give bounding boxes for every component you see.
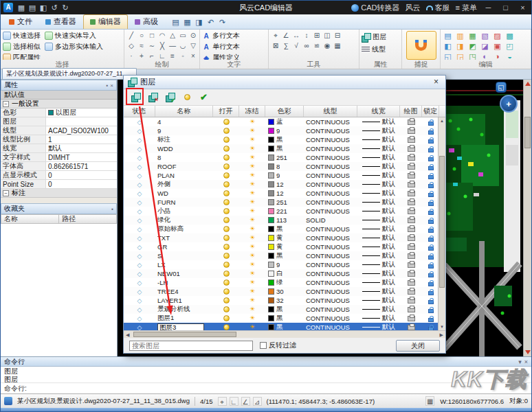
tool-icon[interactable]: ◉ [322, 41, 332, 51]
scroll-left-icon[interactable]: ◀ [126, 332, 129, 338]
scrollbar-thumb[interactable] [524, 117, 531, 148]
layers-dialog-close-icon[interactable]: × [431, 78, 441, 87]
set-current-layer-button[interactable]: ✓ [163, 91, 177, 104]
layer-plot-icon[interactable] [408, 253, 415, 259]
menubar-quick-icon[interactable]: ◨ [194, 17, 204, 27]
tab-advanced[interactable]: 高级 [129, 15, 164, 29]
snap-toggle-icon[interactable]: ⊿ [253, 397, 262, 406]
layer-linetype[interactable]: CONTINUOUS [304, 180, 357, 189]
layer-plot-icon[interactable] [408, 227, 415, 232]
edit-tool-icon[interactable]: ◪ [480, 41, 490, 52]
col-name[interactable]: 名称 [155, 106, 213, 117]
property-row[interactable]: 文字样式DIMHT [1, 153, 117, 162]
property-row[interactable]: 图层 [1, 117, 117, 126]
layer-on-icon[interactable] [223, 190, 230, 196]
layer-plot-icon[interactable] [408, 164, 415, 170]
draw-tool-icon[interactable]: ◦ [178, 52, 188, 60]
titlebar-quick-icon[interactable]: ↻ [60, 3, 70, 12]
layer-freeze-icon[interactable]: ☀ [250, 190, 255, 196]
layer-lineweight[interactable]: 默认 [357, 135, 400, 144]
layer-row[interactable]: ◇GR☀黄CONTINUOUS默认 [124, 242, 438, 251]
draw-tool-icon[interactable]: ╳ [157, 41, 167, 51]
layer-row[interactable]: ◇标注☀黑CONTINUOUS默认 [124, 135, 438, 144]
layer-color-cell[interactable]: 30 [265, 287, 304, 296]
edit-tool-icon[interactable]: ▨ [492, 31, 502, 41]
layer-row[interactable]: ◇PLAN☀9CONTINUOUS默认 [124, 171, 438, 180]
mtext-button[interactable]: A多行文本 [202, 31, 266, 41]
layer-plot-icon[interactable] [408, 289, 415, 295]
edit-tool-icon[interactable]: ◱ [443, 52, 453, 60]
layer-lock-icon[interactable] [428, 282, 434, 286]
layer-lock-icon[interactable] [428, 175, 434, 179]
layer-plot-icon[interactable] [408, 155, 415, 161]
favorites-col-path[interactable]: 路径 [59, 214, 117, 224]
layer-lock-icon[interactable] [428, 309, 434, 313]
layer-lineweight[interactable]: 默认 [357, 287, 400, 296]
layer-lock-icon[interactable] [428, 211, 434, 215]
layer-row[interactable]: ◇-LH☀绿CONTINUOUS默认 [124, 278, 438, 287]
layer-lineweight[interactable]: 默认 [357, 126, 400, 135]
draw-tool-icon[interactable]: △ [168, 31, 177, 41]
layer-color-cell[interactable]: 113 [265, 216, 304, 225]
quick-select-button[interactable]: 快速选择 [3, 31, 41, 41]
layer-lineweight[interactable]: 默认 [357, 117, 400, 126]
layer-plot-icon[interactable] [408, 236, 415, 241]
layer-color-cell[interactable]: 黄 [265, 233, 304, 242]
layer-lineweight[interactable]: 默认 [357, 189, 400, 198]
layer-linetype[interactable]: CONTINUOUS [304, 305, 357, 314]
layer-plot-icon[interactable] [408, 262, 415, 268]
tool-icon[interactable]: ⌖ [271, 31, 280, 41]
layer-plot-icon[interactable] [408, 271, 415, 277]
layer-freeze-icon[interactable]: ☀ [250, 253, 255, 259]
menubar-quick-icon[interactable]: ▤ [170, 17, 181, 27]
layer-plot-icon[interactable] [408, 137, 415, 143]
layer-lineweight[interactable]: 默认 [357, 153, 400, 162]
layer-linetype[interactable]: CONTINUOUS [304, 207, 357, 216]
layer-lock-icon[interactable] [428, 202, 434, 206]
layer-freeze-icon[interactable]: ☀ [250, 324, 255, 330]
edit-tool-icon[interactable]: ◑ [492, 52, 502, 60]
layer-lineweight[interactable]: 默认 [357, 314, 400, 323]
property-value[interactable]: DIMHT [46, 153, 117, 161]
layer-lineweight[interactable]: 默认 [357, 269, 400, 278]
layer-plot-icon[interactable] [408, 200, 415, 205]
scroll-down-icon[interactable] [525, 350, 531, 354]
layer-lineweight[interactable]: 默认 [357, 323, 400, 330]
menubar-quick-icon[interactable]: ↷ [217, 17, 228, 27]
draw-tool-icon[interactable]: ⊙ [188, 31, 197, 41]
property-row[interactable]: 色彩以图层 [1, 108, 117, 117]
panel-close-icon[interactable]: × [110, 82, 113, 89]
layer-on-icon[interactable] [223, 262, 230, 268]
layer-linetype[interactable]: CONTINUOUS [304, 162, 357, 171]
layers-table-scrollbar[interactable]: ▲ ▼ [438, 117, 445, 330]
layer-row[interactable]: ◇LAYER1☀32CONTINUOUS默认 [124, 296, 438, 305]
titlebar-quick-icon[interactable]: ▦ [16, 3, 26, 12]
layer-linetype[interactable]: CONTINUOUS [304, 135, 357, 144]
property-value[interactable]: 以图层 [46, 108, 117, 117]
layer-color-cell[interactable]: 黑 [265, 314, 304, 323]
grid-icon[interactable]: ▦ [425, 396, 434, 406]
layer-plot-icon[interactable] [408, 173, 415, 179]
layer-row[interactable]: ◇NEW01☀白CONTINUOUS默认 [124, 269, 438, 278]
layer-color-cell[interactable]: 251 [265, 153, 304, 162]
layer-freeze-icon[interactable]: ☀ [250, 208, 255, 214]
edit-tool-icon[interactable]: ◐ [480, 52, 490, 60]
layer-lock-icon[interactable] [428, 122, 434, 126]
layer-plot-icon[interactable] [408, 128, 415, 134]
layer-row[interactable]: ◇绿化☀113SOLID默认 [124, 216, 438, 225]
layer-color-cell[interactable]: 12 [265, 180, 304, 189]
layer-on-icon[interactable] [223, 217, 230, 223]
col-plot[interactable]: 绘图 [400, 106, 422, 117]
layer-freeze-icon[interactable]: ☀ [250, 181, 255, 187]
layer-lineweight[interactable]: 默认 [357, 144, 400, 153]
layer-lock-icon[interactable] [428, 255, 434, 260]
layer-lock-icon[interactable] [428, 184, 434, 188]
draw-tool-icon[interactable]: ◠ [157, 31, 167, 41]
layer-plot-icon[interactable] [408, 325, 415, 330]
close-button[interactable]: × [517, 3, 529, 13]
cad-converter-button[interactable]: CAD转换器 [351, 3, 399, 13]
layer-row[interactable]: ◇S☀黑CONTINUOUS默认 [124, 251, 438, 260]
layer-row[interactable]: ◇TXT☀黄CONTINUOUS默认 [124, 233, 438, 242]
property-value[interactable] [46, 117, 117, 126]
layer-freeze-icon[interactable]: ☀ [250, 244, 255, 250]
